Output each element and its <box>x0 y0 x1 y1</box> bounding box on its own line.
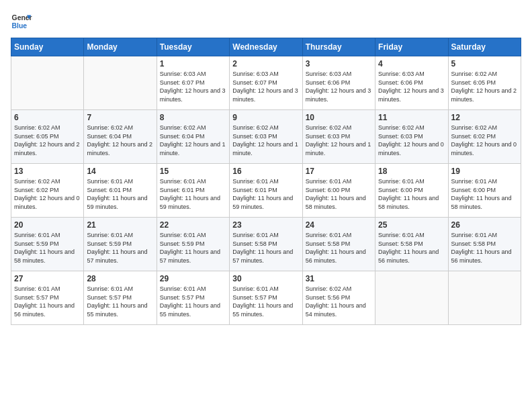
calendar-cell: 29Sunrise: 6:01 AM Sunset: 5:57 PM Dayli… <box>157 271 229 325</box>
calendar-cell: 15Sunrise: 6:01 AM Sunset: 6:01 PM Dayli… <box>157 164 229 218</box>
day-number: 6 <box>14 113 81 122</box>
day-info: Sunrise: 6:02 AM Sunset: 6:02 PM Dayligh… <box>14 177 81 211</box>
calendar-cell: 31Sunrise: 6:02 AM Sunset: 5:56 PM Dayli… <box>302 271 375 325</box>
day-number: 20 <box>14 220 81 230</box>
day-number: 15 <box>160 167 226 176</box>
calendar-cell: 28Sunrise: 6:01 AM Sunset: 5:57 PM Dayli… <box>84 271 157 325</box>
day-info: Sunrise: 6:01 AM Sunset: 5:57 PM Dayligh… <box>14 285 81 318</box>
day-number: 23 <box>232 220 299 230</box>
day-info: Sunrise: 6:01 AM Sunset: 5:58 PM Dayligh… <box>232 231 299 265</box>
day-info: Sunrise: 6:02 AM Sunset: 6:05 PM Dayligh… <box>14 124 81 157</box>
weekday-header-friday: Friday <box>375 38 448 56</box>
calendar-cell: 13Sunrise: 6:02 AM Sunset: 6:02 PM Dayli… <box>11 164 84 218</box>
day-info: Sunrise: 6:01 AM Sunset: 5:59 PM Dayligh… <box>87 231 153 265</box>
day-info: Sunrise: 6:01 AM Sunset: 5:59 PM Dayligh… <box>160 231 226 265</box>
day-info: Sunrise: 6:03 AM Sunset: 6:06 PM Dayligh… <box>306 70 372 103</box>
day-number: 7 <box>87 113 153 122</box>
day-number: 8 <box>160 113 226 122</box>
day-number: 4 <box>378 59 445 68</box>
calendar-cell: 26Sunrise: 6:01 AM Sunset: 5:58 PM Dayli… <box>448 218 521 271</box>
day-number: 14 <box>87 167 153 176</box>
day-info: Sunrise: 6:02 AM Sunset: 6:05 PM Dayligh… <box>451 70 518 103</box>
day-info: Sunrise: 6:03 AM Sunset: 6:06 PM Dayligh… <box>378 70 445 103</box>
calendar-cell: 24Sunrise: 6:01 AM Sunset: 5:58 PM Dayli… <box>302 218 375 271</box>
calendar-cell <box>448 271 521 325</box>
calendar-cell: 6Sunrise: 6:02 AM Sunset: 6:05 PM Daylig… <box>11 110 84 164</box>
day-info: Sunrise: 6:01 AM Sunset: 6:00 PM Dayligh… <box>378 177 445 211</box>
calendar-cell: 10Sunrise: 6:02 AM Sunset: 6:03 PM Dayli… <box>302 110 375 164</box>
day-info: Sunrise: 6:01 AM Sunset: 5:57 PM Dayligh… <box>87 285 153 318</box>
calendar-table: SundayMondayTuesdayWednesdayThursdayFrid… <box>11 38 521 325</box>
day-info: Sunrise: 6:03 AM Sunset: 6:07 PM Dayligh… <box>160 70 226 103</box>
calendar-cell: 4Sunrise: 6:03 AM Sunset: 6:06 PM Daylig… <box>375 56 448 110</box>
calendar-cell: 18Sunrise: 6:01 AM Sunset: 6:00 PM Dayli… <box>375 164 448 218</box>
day-info: Sunrise: 6:02 AM Sunset: 6:03 PM Dayligh… <box>378 124 445 157</box>
weekday-header-thursday: Thursday <box>302 38 375 56</box>
calendar-cell: 3Sunrise: 6:03 AM Sunset: 6:06 PM Daylig… <box>302 56 375 110</box>
calendar-cell: 19Sunrise: 6:01 AM Sunset: 6:00 PM Dayli… <box>448 164 521 218</box>
day-info: Sunrise: 6:01 AM Sunset: 6:01 PM Dayligh… <box>87 177 153 211</box>
logo-icon: General Blue <box>11 11 32 32</box>
calendar-cell: 30Sunrise: 6:01 AM Sunset: 5:57 PM Dayli… <box>230 271 302 325</box>
logo: General Blue <box>11 11 32 32</box>
day-number: 25 <box>378 220 445 230</box>
day-number: 16 <box>232 167 299 176</box>
day-number: 21 <box>87 220 153 230</box>
day-info: Sunrise: 6:02 AM Sunset: 5:56 PM Dayligh… <box>306 285 372 318</box>
weekday-header-monday: Monday <box>84 38 157 56</box>
calendar-cell: 7Sunrise: 6:02 AM Sunset: 6:04 PM Daylig… <box>84 110 157 164</box>
day-number: 13 <box>14 167 81 176</box>
day-info: Sunrise: 6:02 AM Sunset: 6:04 PM Dayligh… <box>160 124 226 157</box>
day-number: 2 <box>232 59 299 68</box>
calendar-cell: 23Sunrise: 6:01 AM Sunset: 5:58 PM Dayli… <box>230 218 302 271</box>
day-info: Sunrise: 6:01 AM Sunset: 6:01 PM Dayligh… <box>232 177 299 211</box>
day-number: 24 <box>306 220 372 230</box>
day-info: Sunrise: 6:01 AM Sunset: 6:00 PM Dayligh… <box>451 177 518 211</box>
calendar-cell: 22Sunrise: 6:01 AM Sunset: 5:59 PM Dayli… <box>157 218 229 271</box>
day-number: 5 <box>451 59 518 68</box>
calendar-cell: 2Sunrise: 6:03 AM Sunset: 6:07 PM Daylig… <box>230 56 302 110</box>
day-info: Sunrise: 6:02 AM Sunset: 6:03 PM Dayligh… <box>306 124 372 157</box>
day-info: Sunrise: 6:01 AM Sunset: 5:57 PM Dayligh… <box>160 285 226 318</box>
day-info: Sunrise: 6:03 AM Sunset: 6:07 PM Dayligh… <box>232 70 299 103</box>
calendar-cell: 25Sunrise: 6:01 AM Sunset: 5:58 PM Dayli… <box>375 218 448 271</box>
calendar-cell: 11Sunrise: 6:02 AM Sunset: 6:03 PM Dayli… <box>375 110 448 164</box>
weekday-header-wednesday: Wednesday <box>230 38 302 56</box>
day-info: Sunrise: 6:01 AM Sunset: 5:59 PM Dayligh… <box>14 231 81 265</box>
day-number: 12 <box>451 113 518 122</box>
day-info: Sunrise: 6:01 AM Sunset: 5:58 PM Dayligh… <box>306 231 372 265</box>
calendar-cell: 17Sunrise: 6:01 AM Sunset: 6:00 PM Dayli… <box>302 164 375 218</box>
calendar-cell: 8Sunrise: 6:02 AM Sunset: 6:04 PM Daylig… <box>157 110 229 164</box>
day-info: Sunrise: 6:01 AM Sunset: 5:58 PM Dayligh… <box>451 231 518 265</box>
svg-text:Blue: Blue <box>12 22 28 30</box>
day-info: Sunrise: 6:02 AM Sunset: 6:03 PM Dayligh… <box>232 124 299 157</box>
calendar-cell: 1Sunrise: 6:03 AM Sunset: 6:07 PM Daylig… <box>157 56 229 110</box>
calendar-cell: 5Sunrise: 6:02 AM Sunset: 6:05 PM Daylig… <box>448 56 521 110</box>
calendar-cell: 12Sunrise: 6:02 AM Sunset: 6:02 PM Dayli… <box>448 110 521 164</box>
day-number: 3 <box>306 59 372 68</box>
day-number: 19 <box>451 167 518 176</box>
day-number: 17 <box>306 167 372 176</box>
day-info: Sunrise: 6:01 AM Sunset: 6:00 PM Dayligh… <box>306 177 372 211</box>
day-info: Sunrise: 6:02 AM Sunset: 6:04 PM Dayligh… <box>87 124 153 157</box>
calendar-cell: 21Sunrise: 6:01 AM Sunset: 5:59 PM Dayli… <box>84 218 157 271</box>
calendar-cell <box>84 56 157 110</box>
day-number: 30 <box>232 274 299 283</box>
day-number: 10 <box>306 113 372 122</box>
calendar-cell: 9Sunrise: 6:02 AM Sunset: 6:03 PM Daylig… <box>230 110 302 164</box>
calendar-cell <box>375 271 448 325</box>
calendar-cell: 20Sunrise: 6:01 AM Sunset: 5:59 PM Dayli… <box>11 218 84 271</box>
day-info: Sunrise: 6:01 AM Sunset: 5:58 PM Dayligh… <box>378 231 445 265</box>
day-info: Sunrise: 6:01 AM Sunset: 5:57 PM Dayligh… <box>232 285 299 318</box>
day-number: 31 <box>306 274 372 283</box>
day-number: 26 <box>451 220 518 230</box>
weekday-header-saturday: Saturday <box>448 38 521 56</box>
calendar-cell: 14Sunrise: 6:01 AM Sunset: 6:01 PM Dayli… <box>84 164 157 218</box>
calendar-cell: 27Sunrise: 6:01 AM Sunset: 5:57 PM Dayli… <box>11 271 84 325</box>
day-number: 11 <box>378 113 445 122</box>
weekday-header-sunday: Sunday <box>11 38 84 56</box>
calendar-cell: 16Sunrise: 6:01 AM Sunset: 6:01 PM Dayli… <box>230 164 302 218</box>
day-number: 9 <box>232 113 299 122</box>
day-number: 28 <box>87 274 153 283</box>
day-number: 1 <box>160 59 226 68</box>
